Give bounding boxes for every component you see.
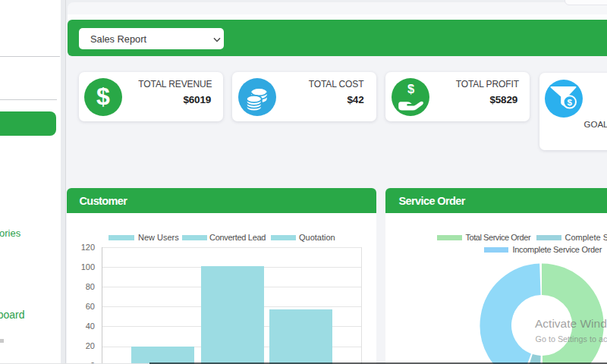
svg-text:$: $ xyxy=(568,98,573,107)
